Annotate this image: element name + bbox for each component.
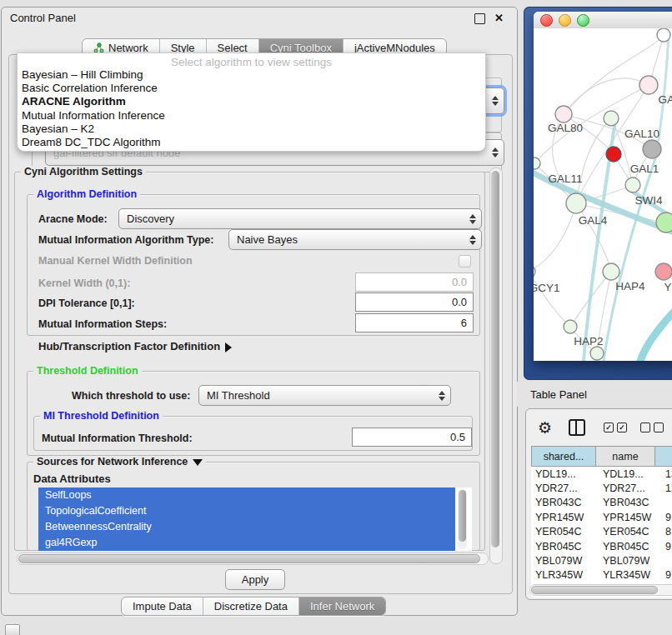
mi-threshold-input[interactable]: 0.5 <box>352 428 472 447</box>
attributes-scrollbar[interactable] <box>458 489 467 549</box>
node-attribute-table: shared... name YDL19...YDL19...13YDR27..… <box>531 446 672 599</box>
network-node[interactable] <box>534 265 535 278</box>
which-threshold-combo[interactable]: MI Threshold <box>198 385 451 406</box>
network-window-titlebar[interactable] <box>534 12 672 28</box>
network-node[interactable] <box>656 212 672 232</box>
data-attributes-list[interactable]: SelfLoopsTopologicalCoefficientBetweenne… <box>38 488 472 551</box>
manual-kernel-checkbox[interactable] <box>459 255 471 268</box>
network-desktop-frame: GALGAL80GAL10GAL11GAL1GAL4SWI4GCY1HAP4YH… <box>524 7 672 380</box>
column-header-name[interactable]: name <box>596 446 655 467</box>
column-layout-icon[interactable] <box>569 419 585 436</box>
table-row[interactable]: YDR27...YDR27...12 <box>531 481 672 495</box>
dropdown-item[interactable]: Bayesian – K2 <box>18 122 485 136</box>
minimize-traffic-light-icon[interactable] <box>559 14 571 27</box>
combo-stepper-icon <box>468 230 477 249</box>
network-canvas[interactable]: GALGAL80GAL10GAL11GAL1GAL4SWI4GCY1HAP4YH… <box>534 28 672 361</box>
table-row[interactable]: YDL19...YDL19...13 <box>531 467 672 481</box>
table-row[interactable]: YPR145WYPR145W9. <box>531 510 672 524</box>
dropdown-items: Bayesian – Hill ClimbingBasic Correlatio… <box>18 68 485 149</box>
network-node-label: GAL <box>658 93 672 106</box>
dpi-tolerance-input[interactable]: 0.0 <box>355 292 474 312</box>
aracne-mode-combo[interactable]: Discovery <box>118 208 482 229</box>
close-icon[interactable]: ✕ <box>494 13 504 22</box>
tab-discretize-data[interactable]: Discretize Data <box>203 598 299 615</box>
table-row[interactable]: YBR045CYBR045C9. <box>531 539 672 553</box>
mi-threshold-title: MI Threshold Definition <box>40 410 163 422</box>
network-node[interactable] <box>606 147 621 162</box>
apply-button[interactable]: Apply <box>225 569 285 590</box>
table-cell <box>661 496 672 510</box>
table-row[interactable]: YLR345WYLR345W9. <box>531 568 672 582</box>
tab-impute-data[interactable]: Impute Data <box>122 598 203 615</box>
sources-group-title[interactable]: Sources for Network Inference <box>33 456 206 468</box>
table-header-row: shared... name <box>531 446 672 467</box>
attribute-list-item[interactable]: gal4RGexp <box>38 535 455 551</box>
deselect-all-checks-icon[interactable] <box>640 422 664 432</box>
table-cell: 9. <box>661 510 672 524</box>
network-node-label: GAL1 <box>630 162 659 175</box>
table-toolbar: ⚙ <box>526 409 672 446</box>
combo-stepper-icon <box>490 88 499 113</box>
dropdown-item[interactable]: Bayesian – Hill Climbing <box>18 68 485 82</box>
column-header-shared[interactable]: shared... <box>531 446 596 467</box>
table-cell: 12 <box>661 481 672 495</box>
network-node-label: GAL80 <box>548 122 583 134</box>
network-node[interactable] <box>534 158 540 169</box>
kernel-width-input[interactable]: 0.0 <box>355 272 474 292</box>
attribute-list-item[interactable]: BetweennessCentrality <box>38 519 455 535</box>
network-node-label: GCY1 <box>534 282 559 294</box>
table-hscrollbar[interactable] <box>529 584 672 596</box>
gear-icon[interactable]: ⚙ <box>538 418 552 438</box>
kernel-width-label: Kernel Width (0,1): <box>38 278 130 289</box>
table-cell: YBL079W <box>599 553 661 568</box>
attribute-list-item[interactable]: SelfLoops <box>38 488 455 503</box>
network-node[interactable] <box>555 106 572 122</box>
network-node[interactable] <box>625 178 640 192</box>
network-node[interactable] <box>603 263 619 280</box>
network-node[interactable] <box>590 347 604 360</box>
network-node[interactable] <box>604 111 619 126</box>
dropdown-item[interactable]: ARACNE Algorithm <box>18 95 485 108</box>
table-row[interactable]: YER054CYER054C8. <box>531 525 672 539</box>
network-node[interactable] <box>564 320 577 333</box>
select-all-checks-icon[interactable] <box>604 422 627 432</box>
dpi-tolerance-label: DPI Tolerance [0,1]: <box>38 298 135 309</box>
chevron-down-icon <box>193 459 203 466</box>
zoom-traffic-light-icon[interactable] <box>577 14 589 27</box>
hub-definition-toggle[interactable]: Hub/Transcription Factor Definition <box>38 340 232 352</box>
network-node-label: GAL4 <box>579 214 608 227</box>
bottom-tabbar: Impute Data Discretize Data Infer Networ… <box>121 597 386 616</box>
combo-stepper-icon <box>437 386 446 405</box>
mi-steps-input[interactable]: 6 <box>355 313 474 332</box>
float-panel-icon[interactable] <box>474 13 485 24</box>
dropdown-item[interactable]: Basic Correlation Inference <box>18 82 485 95</box>
table-row[interactable]: YBR043CYBR043C <box>531 496 672 510</box>
table-cell: YBR043C <box>599 496 661 510</box>
control-panel-window: Control Panel ✕ Network Style Select Cyn… <box>1 7 518 616</box>
network-node[interactable] <box>655 263 672 280</box>
network-node[interactable] <box>566 193 586 213</box>
table-cell: YDR27... <box>599 481 661 495</box>
network-node-label: GAL10 <box>624 128 659 140</box>
which-threshold-label: Which threshold to use: <box>72 390 190 402</box>
column-header-extra[interactable] <box>655 446 672 467</box>
restore-panel-icon[interactable] <box>5 624 20 635</box>
network-node[interactable] <box>639 76 658 94</box>
network-node[interactable] <box>657 28 670 42</box>
network-node-label: Y <box>664 281 671 293</box>
tab-infer-network[interactable]: Infer Network <box>299 598 385 615</box>
manual-kernel-label: Manual Kernel Width Definition <box>38 255 193 267</box>
network-node[interactable] <box>643 140 661 158</box>
network-node-label: GAL11 <box>548 172 582 185</box>
table-row[interactable]: YBL079WYBL079W <box>531 553 672 568</box>
table-cell: YLR345W <box>531 568 599 582</box>
settings-scrollbar[interactable] <box>489 168 503 564</box>
table-cell: YDR27... <box>531 481 599 495</box>
settings-hscrollbar[interactable] <box>17 552 489 565</box>
close-traffic-light-icon[interactable] <box>540 14 553 27</box>
mi-type-combo[interactable]: Naive Bayes <box>228 229 482 250</box>
network-node-label: SWI4 <box>634 194 662 207</box>
dropdown-item[interactable]: Dream8 DC_TDC Algorithm <box>18 136 485 149</box>
attribute-list-item[interactable]: TopologicalCoefficient <box>38 503 455 519</box>
dropdown-item[interactable]: Mutual Information Inference <box>18 109 485 122</box>
